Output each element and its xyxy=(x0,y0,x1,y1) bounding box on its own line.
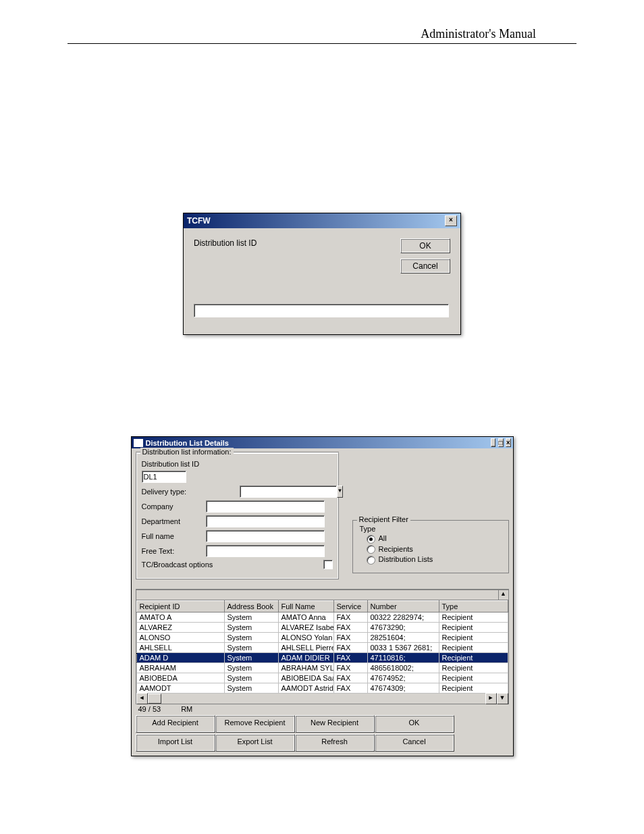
scroll-left-icon[interactable]: ◄ xyxy=(136,693,148,704)
radio-dls-label: Distribution Lists xyxy=(379,555,433,563)
delivery-type-value[interactable] xyxy=(240,486,337,498)
column-header[interactable]: Service xyxy=(333,601,367,613)
dl-id-field-label: Distribution list ID xyxy=(142,460,206,468)
department-field[interactable] xyxy=(206,515,325,527)
delivery-type-dropdown[interactable]: ▼ xyxy=(240,486,319,498)
table-row[interactable]: AAMODTSystemAAMODT AstridFAX47674309;Rec… xyxy=(136,683,508,694)
column-header[interactable]: Recipient ID xyxy=(136,601,224,613)
cancel-button[interactable]: Cancel xyxy=(375,734,454,752)
dl-id-label: Distribution list ID xyxy=(194,238,257,248)
dialog2-titlebar[interactable]: Distribution List Details _ □ × xyxy=(132,437,513,448)
new-recipient-button[interactable]: New Recipient xyxy=(295,715,375,733)
status-mode: RM xyxy=(181,705,192,713)
export-list-button[interactable]: Export List xyxy=(215,734,295,752)
column-header[interactable]: Address Book xyxy=(224,601,278,613)
scroll-right-icon[interactable]: ► xyxy=(485,693,497,704)
recipients-table[interactable]: Recipient IDAddress BookFull NameService… xyxy=(136,600,508,694)
page-header: Administrator's Manual xyxy=(68,27,576,44)
table-row[interactable]: ALONSOSystemALONSO YolanFAX28251604;Reci… xyxy=(136,633,508,643)
recipient-filter-group: Recipient Filter Type All Recipients Dis… xyxy=(352,520,509,573)
radio-recipients[interactable]: Recipients xyxy=(367,545,502,554)
table-row[interactable]: ADAM DSystemADAM DIDIERFAX47110816;Recip… xyxy=(136,653,508,663)
close-icon[interactable]: × xyxy=(445,215,457,226)
dialog1-title: TCFW xyxy=(187,216,211,226)
column-header[interactable]: Type xyxy=(439,601,508,613)
scroll-thumb[interactable] xyxy=(148,694,161,704)
scroll-up-icon[interactable]: ▲ xyxy=(498,590,508,600)
status-count: 49 / 53 xyxy=(138,705,161,713)
fullname-label: Full name xyxy=(142,532,206,540)
cancel-button[interactable]: Cancel xyxy=(400,259,450,273)
add-recipient-button[interactable]: Add Recipient xyxy=(136,715,215,733)
radio-recipients-label: Recipients xyxy=(379,545,413,553)
remove-recipient-button[interactable]: Remove Recipient xyxy=(215,715,295,733)
recipients-table-wrap: ▲ Recipient IDAddress BookFull NameServi… xyxy=(136,589,509,704)
radio-dls[interactable]: Distribution Lists xyxy=(367,555,502,565)
radio-all-label: All xyxy=(379,534,387,542)
chevron-down-icon[interactable]: ▼ xyxy=(337,486,344,498)
department-label: Department xyxy=(142,517,206,525)
column-header[interactable]: Full Name xyxy=(278,601,333,613)
scroll-right2-icon[interactable]: ▼ xyxy=(497,693,508,704)
dialog2-title: Distribution List Details xyxy=(146,439,229,447)
column-header[interactable]: Number xyxy=(367,601,439,613)
dl-info-group-label: Distribution list information: xyxy=(140,448,234,456)
import-list-button[interactable]: Import List xyxy=(136,734,215,752)
horizontal-scrollbar[interactable]: ◄ ► ▼ xyxy=(136,694,508,704)
dl-info-group: Distribution list information: Distribut… xyxy=(136,452,339,579)
table-row[interactable]: ABIOBEDASystemABIOBEIDA SaaFAX47674952;R… xyxy=(136,673,508,683)
recipient-filter-label: Recipient Filter xyxy=(357,515,410,523)
tcfw-dialog: TCFW × Distribution list ID OK Cancel xyxy=(183,213,461,335)
close-icon[interactable]: × xyxy=(506,438,511,447)
app-icon xyxy=(134,439,143,447)
maximize-icon[interactable]: □ xyxy=(498,438,504,447)
filter-type-label: Type xyxy=(360,525,502,533)
table-row[interactable]: AMATO ASystemAMATO AnnaFAX00322 2282974;… xyxy=(136,613,508,623)
delivery-type-label: Delivery type: xyxy=(142,488,206,496)
dialog1-titlebar[interactable]: TCFW × xyxy=(184,213,460,228)
table-row[interactable]: ALVAREZSystemALVAREZ IsabeFAX47673290;Re… xyxy=(136,623,508,633)
freetext-field[interactable] xyxy=(206,545,325,557)
table-row[interactable]: ABRAHAMSystemABRAHAM SYLFAX4865618002;Re… xyxy=(136,663,508,673)
fullname-field[interactable] xyxy=(206,530,325,542)
minimize-icon[interactable]: _ xyxy=(491,438,496,447)
dl-id-field[interactable] xyxy=(142,471,186,483)
table-row[interactable]: AHLSELLSystemAHLSELL PierreFAX0033 1 536… xyxy=(136,643,508,653)
tcbroadcast-label: TC/Broadcast options xyxy=(142,561,213,569)
ok-button[interactable]: OK xyxy=(400,238,450,253)
tcbroadcast-checkbox[interactable] xyxy=(323,560,333,569)
dl-details-dialog: Distribution List Details _ □ × Distribu… xyxy=(131,436,514,756)
refresh-button[interactable]: Refresh xyxy=(295,734,375,752)
radio-all[interactable]: All xyxy=(367,534,502,544)
company-field[interactable] xyxy=(206,500,325,513)
dl-id-input[interactable] xyxy=(194,304,449,317)
page-title: Administrator's Manual xyxy=(421,27,536,41)
freetext-label: Free Text: xyxy=(142,547,206,555)
company-label: Company xyxy=(142,502,206,511)
ok-button[interactable]: OK xyxy=(375,715,454,733)
